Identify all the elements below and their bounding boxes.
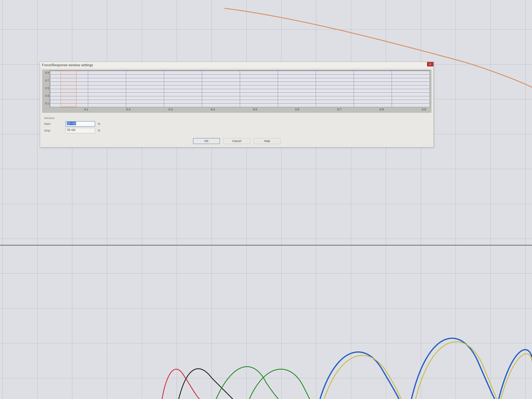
ok-button-label: OK <box>204 139 209 143</box>
start-label: Start: <box>44 122 63 126</box>
x-tick: 0.5 <box>234 108 276 112</box>
x-tick: 0.3 <box>150 108 192 112</box>
x-tick: 0.9 <box>403 108 445 112</box>
x-tick: 0.8 <box>361 108 403 112</box>
background-traces <box>0 0 532 399</box>
x-tick: 0.4 <box>192 108 234 112</box>
start-unit: % <box>98 122 101 126</box>
start-row: Start: 3E+00 % <box>44 121 430 127</box>
stop-row: Stop: 7E+00 % <box>44 128 430 133</box>
plot-grid <box>50 71 430 107</box>
x-tick: 0.6 <box>276 108 318 112</box>
stop-input[interactable]: 7E+00 <box>66 128 95 133</box>
dialog-titlebar[interactable]: Force/Response window settings ✕ <box>40 62 433 68</box>
force-response-window-settings-dialog: Force/Response window settings ✕ 0.9 0.7… <box>40 62 434 147</box>
stop-input-value: 7E+00 <box>67 128 75 132</box>
y-tick: 0.1 <box>44 102 50 105</box>
dialog-body: 0.9 0.7 0.5 0.3 0.1 0.1 0.2 0.3 0.4 0.5 … <box>40 68 433 147</box>
start-input-value: 3E+00 <box>67 122 76 125</box>
stop-unit: % <box>98 129 101 132</box>
y-tick: 0.5 <box>44 87 50 90</box>
help-button[interactable]: Help <box>254 138 280 144</box>
plot-canvas[interactable] <box>50 71 430 107</box>
y-tick: 0.3 <box>44 94 50 97</box>
help-button-label: Help <box>264 139 270 143</box>
dialog-title: Force/Response window settings <box>42 63 93 67</box>
window-selection-rect[interactable] <box>61 71 76 107</box>
close-button[interactable]: ✕ <box>427 62 433 66</box>
window-group-title: Window <box>44 116 430 120</box>
plot-y-ticks: 0.9 0.7 0.5 0.3 0.1 <box>44 71 50 107</box>
x-tick: 0.1 <box>65 108 107 112</box>
dialog-button-row: OK Cancel Help <box>42 138 431 145</box>
y-tick: 0.7 <box>44 79 50 82</box>
x-tick: 0.7 <box>318 108 361 112</box>
x-tick: 0.2 <box>107 108 150 112</box>
cancel-button-label: Cancel <box>232 139 241 143</box>
plot-x-ticks: 0.1 0.2 0.3 0.4 0.5 0.6 0.7 0.8 0.9 <box>50 108 430 112</box>
stop-label: Stop: <box>44 129 63 132</box>
window-group: Window Start: 3E+00 % Stop: 7E+00 % <box>42 115 431 135</box>
background-chart-area <box>0 0 532 399</box>
close-icon: ✕ <box>429 63 431 66</box>
ok-button[interactable]: OK <box>193 138 220 144</box>
window-preview-plot[interactable]: 0.9 0.7 0.5 0.3 0.1 0.1 0.2 0.3 0.4 0.5 … <box>42 70 431 113</box>
start-input[interactable]: 3E+00 <box>66 121 95 127</box>
y-tick: 0.9 <box>44 71 50 74</box>
cancel-button[interactable]: Cancel <box>223 138 250 144</box>
